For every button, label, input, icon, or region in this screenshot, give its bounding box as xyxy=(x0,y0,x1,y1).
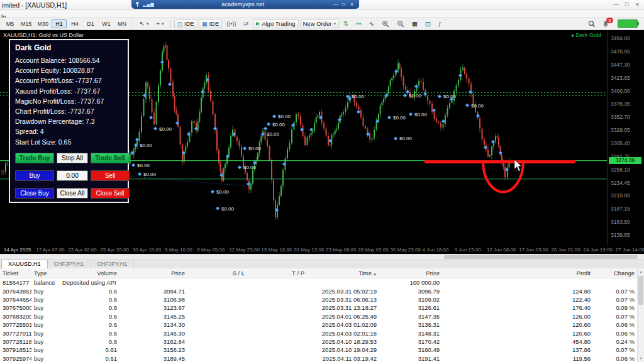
ide-button[interactable]: ◫ IDE xyxy=(174,19,197,28)
col-type[interactable]: Type xyxy=(31,268,60,278)
chart-shift-button[interactable]: ↦ xyxy=(353,19,364,28)
col-sl[interactable]: S / L xyxy=(187,268,247,278)
close-buy-button[interactable]: Close Buy xyxy=(15,188,54,199)
new-order-button[interactable]: New Order ▾ xyxy=(300,19,339,28)
search-button[interactable] xyxy=(585,19,599,28)
zoom-in-button[interactable] xyxy=(379,19,392,28)
table-cell: 0.06 % xyxy=(593,329,637,337)
timeframe-w1[interactable]: W1 xyxy=(99,19,114,28)
time-axis-label: 28 May 03:00 xyxy=(358,247,388,253)
chart-tab-xauusd-h1[interactable]: XAUUSD,H1 xyxy=(1,260,48,268)
table-row[interactable]: 3079259749buy0.613189.452025.04.11 03:19… xyxy=(0,354,637,362)
chart-tab-chfjpy-h1[interactable]: CHFJPY,H1 xyxy=(91,260,134,268)
panel-stat: Account Equity: 100828.87 xyxy=(15,65,123,75)
sort-asc-icon: ▲ xyxy=(373,272,377,276)
timeframe-h1[interactable]: H1 xyxy=(52,19,67,28)
col-change[interactable]: Change xyxy=(593,268,637,278)
lot-size-input[interactable]: 0.00 xyxy=(57,170,88,181)
table-row-balance[interactable]: 81564177balanceDeposited using API100 00… xyxy=(0,278,637,287)
timeframe-m5[interactable]: M5 xyxy=(3,19,18,28)
crosshair-tool-button[interactable]: + ▾ xyxy=(153,19,167,28)
indicators-button[interactable]: ƒ xyxy=(435,19,445,28)
minimize-button[interactable]: — xyxy=(611,0,621,9)
chart-horizontal-scrollbar[interactable] xyxy=(0,254,644,260)
table-row[interactable]: 3079185136buy0.613158.232025.04.10 19:04… xyxy=(0,346,637,354)
maximize-button[interactable]: □ xyxy=(621,0,632,9)
col-volume[interactable]: Volume xyxy=(60,268,119,278)
sell-button[interactable]: Sell xyxy=(91,170,130,181)
ide-label: IDE xyxy=(184,20,194,27)
col-tp[interactable]: T / P xyxy=(247,268,307,278)
table-cell: 0.61 xyxy=(60,354,119,362)
svg-text:$0.00: $0.00 xyxy=(243,165,257,170)
time-axis-label: 12 May 23:00 xyxy=(229,247,259,253)
time-axis-label: 23 May 08:00 xyxy=(326,247,356,253)
table-row[interactable]: 3076438515buy0.63094.712025.03.31 05:02:… xyxy=(0,287,637,295)
scrollbar-thumb[interactable] xyxy=(638,276,643,305)
time-axis-label: 14 Apr 2025 xyxy=(4,247,31,253)
algo-trading-button[interactable]: ▶ Algo Trading xyxy=(253,19,299,28)
table-cell xyxy=(247,354,307,362)
trade-sell-button[interactable]: Trade Sell xyxy=(91,153,130,163)
table-cell xyxy=(187,337,247,346)
broadcast-button[interactable]: ((•)) xyxy=(223,19,239,28)
table-cell: balance xyxy=(31,278,60,287)
table-vertical-scrollbar[interactable]: ▴ ▾ xyxy=(637,268,644,362)
table-cell: 2025.04.10 18:29:53 xyxy=(307,337,379,346)
timeframe-d1[interactable]: D1 xyxy=(83,19,98,28)
timeframe-h4[interactable]: H4 xyxy=(67,19,82,28)
buy-button[interactable]: Buy xyxy=(15,170,54,181)
close-all-button[interactable]: Close All xyxy=(57,188,88,199)
rdp-close-button[interactable]: × xyxy=(348,1,356,8)
col-ticket[interactable]: Ticket xyxy=(0,268,31,278)
table-row[interactable]: 3076832005buy0.63145.252025.04.01 06:25:… xyxy=(0,312,637,321)
cursor-tool-button[interactable]: ↖ ▾ xyxy=(136,19,152,28)
stop-all-button[interactable]: Stop All xyxy=(57,153,88,163)
zoom-out-button[interactable] xyxy=(394,19,408,28)
close-sell-button[interactable]: Close Sell xyxy=(91,188,130,199)
table-row[interactable]: 3076750005buy0.63123.672025.03.31 13:18:… xyxy=(0,304,637,312)
table-row[interactable]: 3077281184buy0.63162.842025.04.10 18:29:… xyxy=(0,337,637,346)
col-profit[interactable]: Profit xyxy=(442,268,593,278)
col-time[interactable]: Time▲ xyxy=(307,268,379,278)
pin-icon[interactable] xyxy=(135,1,140,8)
table-cell xyxy=(247,346,307,354)
table-row[interactable]: 3076446546buy0.63106.982025.03.31 06:06:… xyxy=(0,295,637,304)
time-axis-label: 24 Jun 19:00 xyxy=(584,247,613,253)
rdp-restore-button[interactable]: □ xyxy=(340,1,348,8)
zigzag-button[interactable]: ∿ xyxy=(366,19,377,28)
table-header-row: Ticket Type Volume Price S / L T / P Tim… xyxy=(0,268,637,278)
toolbox-trades-panel: Ticket Type Volume Price S / L T / P Tim… xyxy=(0,268,644,362)
table-row[interactable]: 3077270110buy0.63146.302025.04.03 02:01:… xyxy=(0,329,637,337)
close-button[interactable]: × xyxy=(632,0,643,9)
scroll-up-arrow[interactable]: ▴ xyxy=(638,268,644,275)
objects-button[interactable]: ◫ xyxy=(422,19,434,28)
time-axis[interactable]: 14 Apr 202517 Apr 07:0023 Apr 02:0025 Ap… xyxy=(0,246,644,254)
col-price-current[interactable]: Price xyxy=(379,268,442,278)
table-cell: 3077255011 xyxy=(0,321,31,329)
svg-text:$0.00: $0.00 xyxy=(216,189,230,195)
grid-button[interactable]: ▦ xyxy=(409,19,421,28)
chart-tab-chfjpy-h1[interactable]: CHFJPY,H1 xyxy=(48,260,91,268)
price-axis-label: 3494.60 xyxy=(611,36,630,41)
price-axis[interactable]: 3274.06 3494.603470.953447.303423.653400… xyxy=(607,30,644,246)
col-price-open[interactable]: Price xyxy=(119,268,187,278)
scroll-down-arrow[interactable]: ▾ xyxy=(638,355,644,362)
timeframe-mn[interactable]: MN xyxy=(114,19,130,28)
sync-button[interactable]: ⇄ xyxy=(240,19,252,28)
col-label: Change xyxy=(614,270,635,277)
table-cell: 3145.25 xyxy=(119,312,187,321)
trade-buy-button[interactable]: Trade Buy xyxy=(15,153,54,163)
auto-scroll-button[interactable]: ⇅ xyxy=(340,19,352,28)
metaeditor-button[interactable]: ▦ IDE xyxy=(199,19,222,28)
price-axis-label: 3447.30 xyxy=(611,62,630,68)
timeframe-m15[interactable]: M15 xyxy=(18,19,35,28)
rdp-minimize-button[interactable]: — xyxy=(331,1,340,8)
notifications-button[interactable]: 6 xyxy=(600,20,611,28)
panel-stat: Chart Profit/Loss: -7737.67 xyxy=(15,106,123,116)
table-cell xyxy=(247,287,307,295)
scrollbar-thumb[interactable] xyxy=(444,255,638,259)
table-cell xyxy=(442,278,593,287)
table-row[interactable]: 3077255011buy0.63134.302025.04.03 01:02:… xyxy=(0,321,637,329)
timeframe-m30[interactable]: M30 xyxy=(35,19,52,28)
